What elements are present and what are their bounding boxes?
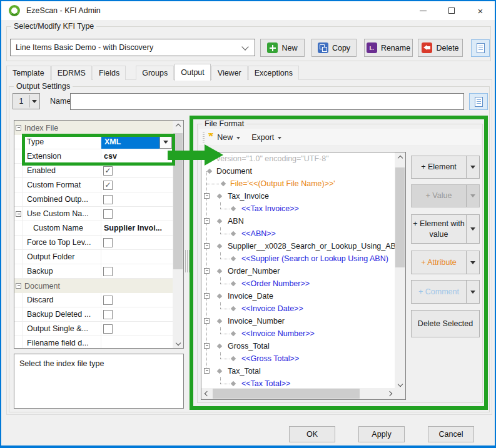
rename-kfi-button[interactable]: I.. Rename [364,39,413,57]
grid-row-enabled[interactable]: Enabled✓ [14,164,173,178]
close-button[interactable]: × [466,1,495,20]
grid-row-filename-field-d-[interactable]: Filename field d... [14,336,173,348]
copy-kfi-button[interactable]: Copy [311,39,357,57]
grid-row-output-single-[interactable]: Output Single &... [14,322,173,336]
collapse-expander-icon[interactable] [204,368,210,374]
chevron-down-icon[interactable] [278,137,281,139]
property-value[interactable]: csv [104,152,171,161]
collapse-expander-icon[interactable] [204,193,210,199]
tree-node-attr[interactable]: File='<<(Output File Name)>>' [201,177,395,190]
collapse-expander-icon[interactable] [204,243,210,249]
property-value[interactable]: Supplier Invoi... [104,224,171,232]
tree-node-elem[interactable]: ABN [201,215,395,227]
minimize-button[interactable] [408,1,437,20]
tab-edrms[interactable]: EDRMS [51,66,92,80]
scroll-up-arrow[interactable] [173,121,183,131]
output-name-input[interactable] [70,93,464,110]
tree-node-decl[interactable]: version="1.0" encoding="UTF-8" [201,152,395,165]
apply-button[interactable]: Apply [358,426,405,442]
toolbar-new-button[interactable]: New [217,133,233,142]
toolbar-export-button[interactable]: Export [251,133,274,142]
cancel-button[interactable]: Cancel [428,426,474,442]
add-value-button[interactable]: + Value [411,184,480,207]
tree-node-elem[interactable]: Invoice_Number [201,315,395,327]
add-attribute-button[interactable]: + Attribute [411,251,480,274]
tree-node-value[interactable]: <<Supplier (Search or Lookup Using ABN) [201,252,395,265]
tree-node-value[interactable]: <<Invoice Number>> [201,327,395,340]
name-notes-button[interactable] [469,93,488,110]
scroll-left-arrow[interactable] [201,388,212,399]
scrollbar-thumb[interactable] [395,167,405,267]
type-dropdown-button[interactable] [159,136,172,149]
checkbox-unchecked[interactable] [103,267,113,276]
grid-row-backup[interactable]: Backup [14,264,173,279]
tab-fields[interactable]: Fields [93,66,126,80]
collapse-expander-icon[interactable] [16,283,21,289]
collapse-expander-icon[interactable] [204,268,210,274]
new-kfi-button[interactable]: New [260,39,305,57]
grid-row-backup-deleted-[interactable]: Backup Deleted ... [14,307,173,322]
collapse-expander-icon[interactable] [204,343,210,349]
tree-vertical-scrollbar[interactable] [395,152,405,389]
collapse-expander-icon[interactable] [204,218,210,224]
delete-kfi-button[interactable]: Delete [418,39,463,57]
checkbox-unchecked[interactable] [103,238,113,247]
tree-node-value[interactable]: <<Order Number>> [201,277,395,290]
add-element-dropdown[interactable] [466,156,479,178]
grid-row-extension[interactable]: Extensioncsv [14,149,173,164]
grid-row-custom-format[interactable]: Custom Format✓ [14,178,173,192]
scroll-down-arrow[interactable] [173,337,183,348]
tree-node-value[interactable]: <<ABN>> [201,227,395,240]
tab-exceptions[interactable]: Exceptions [248,66,299,80]
grid-category-document[interactable]: Document [14,279,173,293]
scrollbar-thumb[interactable] [213,389,360,399]
maximize-button[interactable] [437,1,466,20]
ok-button[interactable]: OK [289,426,335,442]
tree-node-value[interactable]: <<Gross Total>> [201,352,395,365]
kfi-type-dropdown[interactable]: Line Items Basic Demo - with Discovery [10,39,255,56]
tree-node-elem[interactable]: Tax_Total [201,365,395,377]
tree-node-elem[interactable]: Supplier__x0028_Search_or_Lookup_Using_A… [201,240,395,252]
chevron-down-icon[interactable] [236,137,240,139]
grid-category-index-file[interactable]: Index File [14,121,173,135]
grid-row-custom-name[interactable]: Custom NameSupplier Invoi... [14,221,173,236]
tab-viewer[interactable]: Viewer [211,66,248,80]
tree-node-value[interactable]: <<Tax Total>> [201,377,395,388]
tree-node-elem[interactable]: Order_Number [201,265,395,277]
tab-template[interactable]: Template [6,66,51,80]
kfi-notes-button[interactable] [471,39,490,57]
add-element-with-value-dropdown[interactable] [466,215,479,243]
collapse-expander-icon[interactable] [204,318,210,324]
scrollbar-thumb[interactable] [173,133,183,269]
tree-node-elem[interactable]: Document [201,165,395,177]
grid-row-discard[interactable]: Discard [14,293,173,307]
scroll-right-arrow[interactable] [384,388,395,399]
tree-node-elem[interactable]: Tax_Invoice [201,190,395,202]
checkbox-unchecked[interactable] [103,195,113,204]
checkbox-unchecked[interactable] [103,209,113,219]
grid-row-output-folder[interactable]: Output Folder [14,250,173,264]
panel-splitter-handle[interactable] [185,250,191,272]
grid-row-use-custom-na-[interactable]: Use Custom Na... [14,207,173,221]
checkbox-unchecked[interactable] [103,296,113,305]
tree-node-elem[interactable]: Gross_Total [201,340,395,352]
output-number-dropdown[interactable]: 1 [13,93,40,109]
checkbox-unchecked[interactable] [103,324,113,334]
add-comment-dropdown[interactable] [466,281,479,303]
scroll-up-arrow[interactable] [395,152,405,163]
collapse-expander-icon[interactable] [16,211,21,217]
grid-row-force-to-top-lev-[interactable]: Force to Top Lev... [14,236,173,250]
collapse-expander-icon[interactable] [204,293,210,299]
type-value-selected[interactable]: XML [101,136,159,149]
tree-node-value[interactable]: <<Tax Invoice>> [201,202,395,215]
tab-groups[interactable]: Groups [136,66,174,80]
tab-output[interactable]: Output [175,64,211,81]
delete-selected-button[interactable]: Delete Selected [411,310,480,337]
add-comment-button[interactable]: + Comment [411,280,480,304]
add-attribute-dropdown[interactable] [466,251,479,274]
tree-horizontal-scrollbar[interactable] [201,388,395,399]
tree-node-value[interactable]: <<Invoice Date>> [201,302,395,315]
grid-row-combined-outp-[interactable]: Combined Outp... [14,192,173,207]
collapse-expander-icon[interactable] [16,125,21,131]
add-element-button[interactable]: + Element [411,156,480,179]
